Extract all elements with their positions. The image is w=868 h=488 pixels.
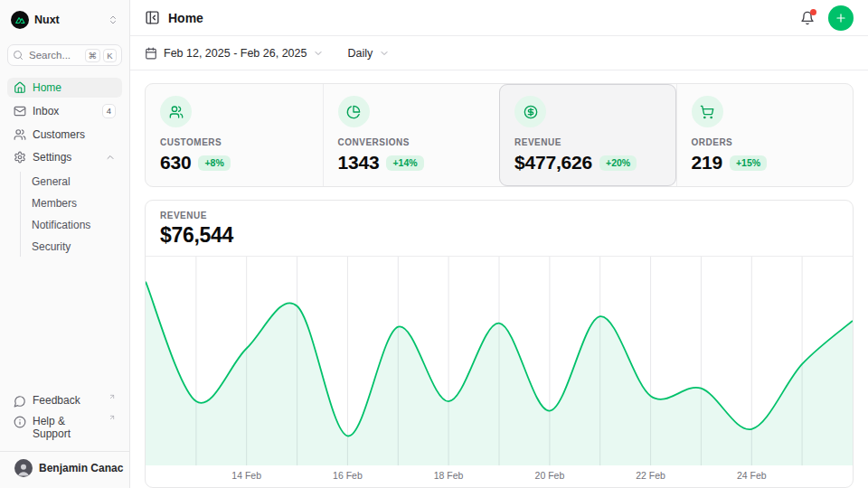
sidebar-item-notifications[interactable]: Notifications (21, 215, 122, 235)
stat-value: 630 (160, 152, 191, 174)
x-axis-label: 20 Feb (535, 470, 565, 481)
page-title: Home (168, 11, 203, 25)
feedback-icon (14, 395, 26, 408)
stat-value: 219 (692, 152, 722, 174)
nuxt-logo-icon (11, 11, 29, 29)
search-icon (13, 50, 24, 61)
stat-value: 1343 (338, 152, 380, 174)
help-icon (14, 416, 26, 428)
external-link-icon (108, 393, 116, 400)
inbox-icon (14, 105, 26, 117)
add-new-button[interactable] (828, 5, 854, 31)
users-icon (160, 96, 192, 127)
stat-label: REVENUE (514, 137, 662, 147)
external-link-icon (108, 414, 116, 421)
stat-delta-badge: +14% (386, 155, 423, 171)
x-axis-label: 22 Feb (636, 470, 665, 481)
x-axis-label: 18 Feb (434, 470, 464, 481)
filters-toolbar: Feb 12, 2025 - Feb 26, 2025 Daily (130, 36, 868, 70)
stat-card-revenue[interactable]: REVENUE $477,626 +20% (499, 84, 676, 186)
revenue-chart[interactable]: 14 Feb16 Feb18 Feb20 Feb22 Feb24 Feb (146, 257, 853, 487)
sidebar-nav: Home Inbox 4 Customers Settings (7, 78, 122, 257)
revenue-panel-value: $76,544 (160, 223, 838, 248)
sidebar-item-customers[interactable]: Customers (7, 125, 122, 145)
sidebar-item-home[interactable]: Home (7, 78, 122, 98)
sidebar-item-members[interactable]: Members (21, 193, 122, 213)
revenue-area-chart[interactable] (146, 257, 853, 465)
stat-label: ORDERS (692, 137, 839, 147)
sidebar-item-general[interactable]: General (21, 172, 122, 192)
sidebar-spacer (7, 257, 122, 390)
sidebar-item-help-support[interactable]: Help & Support (7, 411, 122, 444)
workspace-name: Nuxt (34, 14, 102, 26)
stat-card-customers[interactable]: CUSTOMERS 630 +8% (146, 84, 323, 186)
revenue-panel: REVENUE $76,544 14 Feb16 Feb18 Feb20 Feb… (145, 200, 854, 488)
header-actions (800, 5, 854, 31)
search-shortcut: ⌘ K (85, 49, 118, 62)
sidebar-item-settings[interactable]: Settings (7, 147, 122, 167)
sidebar: Nuxt Search... ⌘ K Home (0, 0, 130, 488)
avatar (14, 459, 33, 477)
stat-value: $477,626 (514, 152, 592, 174)
dashboard-content: CUSTOMERS 630 +8% CONVERSIONS 1343 +14% (130, 70, 868, 488)
chevrons-up-down-icon (108, 14, 118, 25)
user-menu[interactable]: Benjamin Canac (0, 451, 129, 481)
notification-dot (810, 9, 816, 15)
calendar-icon (145, 47, 157, 60)
stat-card-conversions[interactable]: CONVERSIONS 1343 +14% (323, 84, 500, 186)
circle-dollar-icon (514, 96, 546, 127)
chevron-down-icon (379, 48, 390, 59)
app-root: Nuxt Search... ⌘ K Home (0, 0, 868, 488)
main-area: Home Feb 12, 2025 - Feb 26, 2025 (130, 0, 868, 488)
cart-icon (692, 96, 723, 127)
period-value: Daily (347, 47, 373, 60)
stat-card-orders[interactable]: ORDERS 219 +15% (676, 84, 854, 186)
search-placeholder: Search... (29, 50, 80, 61)
stats-row: CUSTOMERS 630 +8% CONVERSIONS 1343 +14% (145, 83, 854, 187)
stat-label: CUSTOMERS (160, 137, 308, 147)
chart-x-axis: 14 Feb16 Feb18 Feb20 Feb22 Feb24 Feb (146, 465, 853, 487)
users-icon (14, 128, 26, 141)
chevron-up-icon (105, 152, 116, 163)
stat-delta-badge: +20% (599, 155, 637, 171)
collapse-sidebar-button[interactable] (145, 10, 160, 25)
sidebar-item-inbox[interactable]: Inbox 4 (7, 100, 122, 122)
workspace-switcher[interactable]: Nuxt (7, 7, 122, 33)
chevron-down-icon (313, 48, 324, 59)
inbox-badge: 4 (102, 104, 116, 118)
period-select[interactable]: Daily (347, 47, 390, 60)
page-header: Home (130, 0, 868, 36)
revenue-panel-header: REVENUE $76,544 (146, 201, 853, 257)
stat-delta-badge: +15% (730, 155, 767, 171)
revenue-panel-label: REVENUE (160, 211, 838, 221)
x-axis-label: 14 Feb (231, 470, 261, 481)
notifications-bell-button[interactable] (800, 11, 815, 25)
search-input[interactable]: Search... ⌘ K (7, 44, 122, 66)
gear-icon (14, 151, 26, 164)
stat-delta-badge: +8% (198, 155, 230, 171)
x-axis-label: 16 Feb (333, 470, 363, 481)
home-icon (14, 81, 26, 94)
sidebar-item-security[interactable]: Security (21, 237, 122, 257)
pie-chart-icon (338, 96, 370, 127)
user-name: Benjamin Canac (39, 462, 123, 474)
kbd-cmd: ⌘ (85, 49, 101, 62)
sidebar-item-feedback[interactable]: Feedback (7, 390, 122, 411)
x-axis-label: 24 Feb (737, 470, 767, 481)
date-range-value: Feb 12, 2025 - Feb 26, 2025 (164, 47, 307, 60)
settings-submenu: General Members Notifications Security (20, 172, 122, 257)
stat-label: CONVERSIONS (338, 137, 486, 147)
kbd-k: K (103, 49, 117, 62)
date-range-picker[interactable]: Feb 12, 2025 - Feb 26, 2025 (145, 47, 324, 60)
